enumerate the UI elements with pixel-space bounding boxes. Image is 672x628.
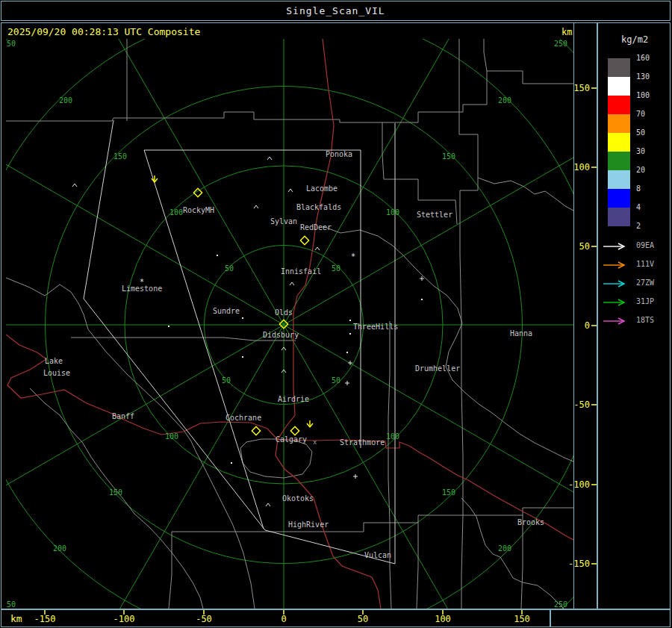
ring-distance-label: 50	[332, 376, 340, 385]
town-dot-marker	[242, 317, 243, 319]
scan-sector-outline	[84, 120, 395, 564]
county-boundary	[461, 498, 564, 609]
ring-distance-label: 150	[442, 488, 455, 497]
city-label-sundre: Sundre	[213, 307, 240, 315]
town-caret-marker	[72, 184, 77, 187]
bottom-axis-tick-label: -50	[196, 614, 212, 624]
bottom-axis-tick-label: 100	[435, 614, 451, 624]
ring-distance-label: 250	[554, 600, 567, 609]
ring-distance-label: 50	[222, 376, 231, 385]
city-label-sylvan: Sylvan	[270, 217, 297, 226]
town-caret-marker	[288, 189, 293, 192]
ring-distance-label: 250	[554, 40, 567, 48]
town-dot-marker	[349, 320, 351, 321]
city-label-vulcan: Vulcan	[364, 551, 391, 559]
radar-site-diamond-marker	[300, 236, 308, 244]
town-caret-marker	[315, 247, 320, 250]
right-axis-tick-label: 0	[585, 320, 590, 331]
asterisk-marker: *	[351, 252, 355, 261]
town-dot-marker	[421, 299, 423, 300]
ring-distance-label: 100	[386, 208, 399, 217]
city-label-drumheller: Drumheller	[415, 364, 460, 373]
city-label-brooks: Brooks	[517, 518, 544, 526]
right-axis-tick-label: 50	[579, 241, 590, 252]
right-axis-tick-label: 100	[573, 162, 590, 172]
right-axis-tick-label: -100	[568, 479, 590, 490]
ring-distance-label: 100	[169, 208, 183, 217]
county-boundary	[478, 178, 573, 211]
city-label-hanna: Hanna	[510, 329, 532, 338]
county-boundary	[169, 532, 172, 609]
x-marker: x	[313, 438, 317, 446]
radar-site-diamond-marker	[252, 426, 260, 435]
radar-map-canvas[interactable]: 2502001501005050100150200250501001502002…	[0, 0, 672, 628]
ring-distance-label: 100	[165, 432, 178, 441]
range-radial	[60, 325, 284, 628]
range-ring	[0, 0, 672, 628]
county-boundary	[388, 321, 391, 609]
city-label-lake: Lake	[45, 357, 63, 365]
right-axis-tick-label: -150	[568, 559, 590, 569]
city-label-okotoks: Okotoks	[282, 494, 314, 503]
ring-distance-label: 200	[498, 96, 511, 105]
bottom-axis-tick-label: 0	[281, 614, 286, 624]
city-label-banff: Banff	[112, 412, 134, 420]
range-radial	[284, 0, 508, 325]
city-label-reddeer: RedDeer	[300, 223, 332, 231]
town-dot-marker	[168, 326, 169, 327]
ring-distance-label: 200	[59, 96, 72, 105]
city-label-airdrie: Airdrie	[278, 395, 309, 403]
city-label-didsbury: Didsbury	[263, 331, 299, 339]
city-label-cochrane: Cochrane	[225, 414, 261, 422]
city-label-olds: Olds	[275, 308, 293, 317]
town-dot-marker	[346, 352, 348, 353]
city-label-lacombe: Lacombe	[306, 184, 337, 193]
city-label-blackfalds: Blackfalds	[296, 203, 341, 211]
asterisk-marker: *	[140, 278, 144, 286]
ring-distance-label: 50	[225, 264, 234, 273]
county-boundary	[521, 515, 523, 609]
bottom-axis-tick-label: 150	[514, 614, 530, 624]
town-dot-marker	[217, 255, 218, 256]
county-boundary	[6, 39, 487, 122]
range-radial	[284, 325, 508, 628]
county-boundary	[6, 278, 255, 609]
city-label-ponoka: Ponoka	[326, 150, 352, 158]
radar-site-diamond-marker	[290, 426, 299, 435]
ring-distance-label: 150	[442, 152, 455, 161]
bottom-axis-tick-label: -150	[34, 614, 56, 624]
county-boundary	[417, 523, 418, 609]
ring-distance-label: 50	[332, 264, 340, 273]
town-caret-marker	[266, 503, 270, 506]
city-label-stettler: Stettler	[417, 211, 452, 219]
range-radial	[0, 325, 284, 549]
town-caret-marker	[254, 205, 258, 208]
city-label-calgary: Calgary	[276, 435, 307, 444]
city-label-louise: Louise	[43, 369, 70, 377]
ring-distance-label: 100	[386, 432, 399, 441]
bottom-axis-tick-label: 50	[358, 614, 368, 624]
town-dot-marker	[349, 333, 351, 335]
city-label-highriver: HighRiver	[288, 520, 329, 529]
town-caret-marker	[290, 282, 294, 285]
bottom-axis-tick-label: -100	[113, 614, 135, 624]
city-label-innisfail: Innisfail	[281, 267, 321, 276]
town-dot-marker	[242, 356, 243, 358]
ring-distance-label: 150	[109, 488, 122, 497]
range-ring	[0, 7, 602, 628]
city-label-threehills: ThreeHills	[353, 323, 398, 331]
town-caret-marker	[267, 157, 272, 160]
range-radial	[60, 0, 284, 325]
right-axis-tick-label: -50	[573, 400, 590, 410]
ring-distance-label: 200	[53, 544, 66, 553]
ring-distance-label: 250	[2, 40, 16, 48]
map-layers: 2502001501005050100150200250501001502002…	[0, 0, 672, 628]
right-axis-tick-label: 150	[573, 83, 590, 93]
town-dot-marker	[231, 462, 232, 464]
city-label-rockymh: RockyMH	[183, 206, 214, 214]
county-boundary	[487, 71, 573, 84]
ring-distance-label: 150	[113, 152, 127, 161]
county-boundary	[323, 226, 573, 461]
city-label-strathmore: Strathmore	[340, 438, 385, 447]
ring-distance-label: 250	[2, 600, 16, 609]
